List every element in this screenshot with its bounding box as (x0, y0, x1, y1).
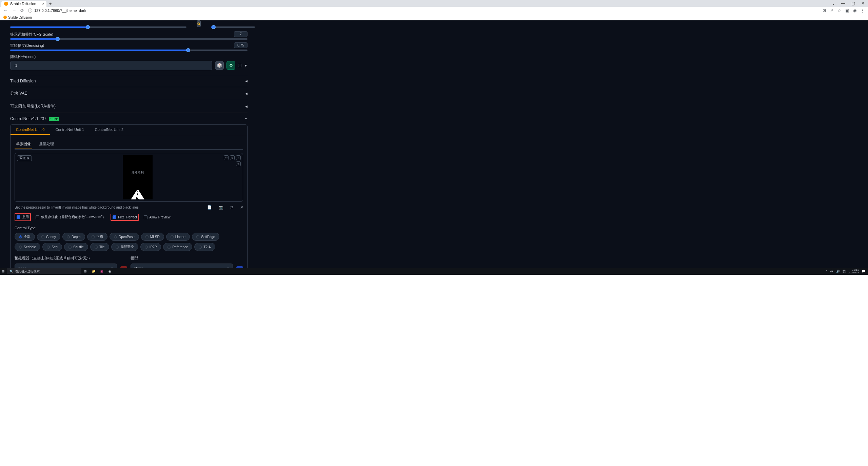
steps-slider[interactable] (10, 26, 186, 28)
start-button[interactable]: ⊞ (0, 270, 7, 273)
ime-indicator[interactable]: 英 (843, 269, 846, 274)
radio-option[interactable]: Depth (62, 233, 85, 241)
chrome-icon[interactable]: ◉ (106, 268, 113, 275)
accordion-lora[interactable]: 可选附加网络(LoRA插件) ◀ (10, 100, 248, 113)
url-input[interactable]: i 127.0.0.1:7860/?__theme=dark (28, 8, 818, 13)
accordion-label: 可选附加网络(LoRA插件) (10, 103, 56, 109)
image-badge: 🖼 图像 (17, 155, 32, 161)
radio-option[interactable]: Tile (90, 243, 109, 251)
denoise-slider[interactable] (10, 50, 248, 51)
bookmark-link[interactable]: Stable Diffusion (8, 16, 32, 19)
nav-back-icon[interactable]: ← (3, 8, 8, 13)
window-maximize-icon[interactable]: ▢ (851, 1, 855, 6)
enable-checkbox[interactable]: ✓ 启用 (15, 213, 31, 221)
tab-close-icon[interactable]: × (42, 2, 44, 6)
radio-dot-icon (67, 235, 70, 238)
network-icon[interactable]: 🖧 (830, 270, 833, 273)
secondary-slider[interactable] (211, 26, 255, 28)
extra-expand-icon[interactable]: ▼ (244, 64, 248, 67)
address-bar: ← → ⟳ i 127.0.0.1:7860/?__theme=dark ⊠ ↗… (0, 7, 868, 14)
translate-icon[interactable]: ⊠ (823, 8, 826, 13)
window-minimize-icon[interactable]: ― (841, 1, 845, 6)
recycle-icon[interactable]: ♻ (197, 20, 201, 27)
site-info-icon[interactable]: i (28, 8, 32, 13)
radio-option[interactable]: 全部 (15, 233, 35, 241)
cn-unit-tab-1[interactable]: ControlNet Unit 1 (50, 125, 89, 135)
radio-option[interactable]: SoftEdge (192, 233, 219, 241)
window-close-icon[interactable]: ✕ (861, 1, 865, 6)
pencil-icon[interactable]: ✎ (236, 161, 241, 166)
radio-option[interactable]: 局部重绘 (111, 243, 138, 251)
accordion-controlnet[interactable]: ControlNet v1.1.237 1 unit ▼ (10, 113, 248, 124)
radio-option[interactable]: T2IA (194, 243, 215, 251)
radio-label: Canny (46, 235, 56, 239)
bookmark-favicon (3, 16, 7, 19)
cfg-slider[interactable] (10, 38, 248, 40)
cn-unit-tab-2[interactable]: ControlNet Unit 2 (90, 125, 129, 135)
sidepanel-icon[interactable]: ▣ (845, 8, 849, 13)
radio-option[interactable]: OpenPose (110, 233, 139, 241)
app-icon-pink[interactable]: ▣ (98, 268, 105, 275)
model-select[interactable]: None ▾ (131, 264, 233, 268)
send-icon[interactable]: ↗ (240, 205, 243, 210)
clear-icon[interactable]: ⊘ (230, 155, 235, 160)
cn-sub-tabs: 单张图像 批量处理 (15, 139, 243, 150)
seed-input[interactable] (10, 61, 212, 70)
accordion-tiled-diffusion[interactable]: Tiled Diffusion ◀ (10, 75, 248, 87)
radio-option[interactable]: Shuffle (64, 243, 88, 251)
accordion-vae[interactable]: 分块 VAE ◀ (10, 87, 248, 100)
menu-icon[interactable]: ⋮ (861, 8, 865, 13)
reuse-seed-icon[interactable]: ♻ (226, 61, 235, 70)
preprocessor-select[interactable]: none ▾ (15, 264, 117, 268)
bookmark-icon[interactable]: ☆ (837, 8, 841, 13)
explosion-icon[interactable]: ✱ (120, 266, 127, 268)
nav-forward-icon: → (12, 8, 16, 13)
new-tab-button[interactable]: + (49, 1, 52, 6)
camera-icon[interactable]: 📷 (219, 205, 223, 210)
pixel-perfect-checkbox[interactable]: ✓ Pixel Perfect (111, 214, 139, 221)
volume-icon[interactable]: 🔊 (836, 270, 840, 273)
task-view-icon[interactable]: ⊟ (82, 268, 89, 275)
radio-option[interactable]: Lineart (166, 233, 190, 241)
notifications-icon[interactable]: 💬 (862, 270, 865, 273)
radio-label: 正态 (96, 234, 103, 239)
share-icon[interactable]: ↗ (830, 8, 833, 13)
tray-chevron-icon[interactable]: ˄ (826, 270, 828, 273)
undo-icon[interactable]: ↶ (224, 155, 229, 160)
radio-label: 局部重绘 (120, 245, 134, 249)
radio-option[interactable]: Seg (42, 243, 62, 251)
cfg-value[interactable]: 7 (234, 31, 248, 37)
cn-unit-tab-0[interactable]: ControlNet Unit 0 (11, 125, 50, 135)
taskbar-search[interactable]: 🔍 在此键入进行搜索 (7, 268, 81, 274)
radio-option[interactable]: Canny (37, 233, 60, 241)
nav-reload-icon[interactable]: ⟳ (20, 8, 24, 13)
dice-icon[interactable]: 🎲 (215, 61, 224, 70)
subtab-batch[interactable]: 批量处理 (38, 139, 55, 149)
subtab-single[interactable]: 单张图像 (15, 139, 32, 149)
swap-icon[interactable]: ⇄ (230, 205, 233, 210)
app-viewport[interactable]: ♻ 提示词相关性(CFG Scale) 7 重绘幅度(Denoising) 0.… (0, 20, 868, 268)
refresh-icon[interactable]: ⟳ (236, 266, 243, 268)
radio-option[interactable]: Reference (163, 243, 192, 251)
file-icon[interactable]: 📄 (207, 205, 212, 210)
denoise-value[interactable]: 0.75 (234, 42, 248, 48)
image-drop-area[interactable]: 🖼 图像 开始绘制 ↶ ⊘ × ✎ (15, 153, 243, 202)
radio-dot-icon (19, 246, 22, 249)
explorer-icon[interactable]: 📁 (90, 268, 97, 275)
chevron-down-icon: ▾ (227, 266, 229, 268)
chrome-dropdown-icon[interactable]: ⌄ (832, 1, 835, 6)
radio-option[interactable]: MLSD (141, 233, 164, 241)
radio-option[interactable]: 正态 (87, 233, 107, 241)
radio-dot-icon (145, 246, 148, 249)
system-clock[interactable]: 19:11 2023/8/5 (848, 269, 859, 274)
extra-checkbox[interactable] (238, 64, 241, 67)
radio-dot-icon (196, 235, 199, 238)
browser-tab[interactable]: Stable Diffusion × (1, 1, 46, 7)
profile-icon[interactable]: ◉ (853, 8, 856, 13)
remove-icon[interactable]: × (236, 155, 241, 160)
radio-option[interactable]: IP2P (140, 243, 161, 251)
radio-option[interactable]: Scribble (15, 243, 40, 251)
allow-preview-checkbox[interactable]: Allow Preview (142, 214, 172, 220)
accordion-label: Tiled Diffusion (10, 79, 36, 83)
lowvram-checkbox[interactable]: 低显存优化（需配合启动参数"--lowvram"） (34, 214, 107, 220)
